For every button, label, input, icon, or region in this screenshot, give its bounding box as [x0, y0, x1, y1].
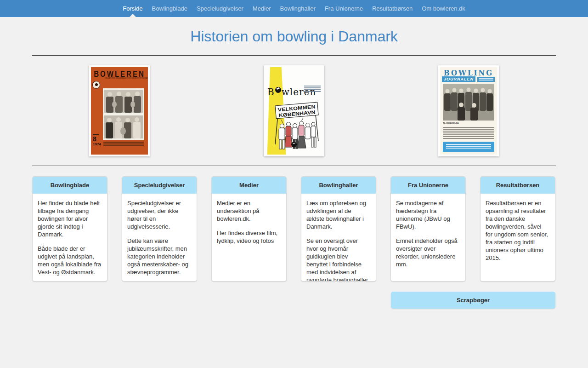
nav-item-om-bowleren-dk[interactable]: Om bowleren.dk [417, 0, 470, 17]
cover1-bw-team-photo [104, 90, 143, 138]
cover-bowling-journalen[interactable]: BOWLING JOURNALEN [438, 65, 499, 156]
card-paragraph: Emnet indeholder også oversigter over re… [396, 237, 460, 268]
cover2-masthead-b: B [267, 86, 275, 98]
card-paragraph: Både blade der er udgivet på landsplan, … [38, 245, 102, 276]
cover1-issue-year: 1974 [93, 142, 101, 146]
cover-bowleren-velkommen[interactable]: Bwleren VELKOMMEN KØBENHAVN [264, 65, 324, 156]
card-medier-header[interactable]: Medier [212, 177, 286, 194]
card-paragraph: Specieludgivelser er udgivelser, der ikk… [127, 199, 192, 230]
card-bowlingblade-header[interactable]: Bowlingblade [33, 177, 107, 194]
cover1-caption-lines [103, 142, 144, 146]
nav-item-label: Forside [123, 5, 142, 12]
bowling-club-logo-icon [92, 81, 100, 89]
card-resultatboersen[interactable]: Resultatbørsen Resultatbørsen er en opsa… [480, 176, 555, 282]
card-bowlingblade-body: Her finder du blade helt tilbage fra den… [33, 194, 107, 282]
card-bowlingblade[interactable]: Bowlingblade Her finder du blade helt ti… [32, 176, 107, 282]
cover2-issue-info-lines [304, 86, 321, 93]
scrapbooks-label: Scrapbøger [457, 297, 490, 304]
main-content: Historien om bowling i Danmark BOWLEREN … [32, 28, 556, 309]
cover1-subtitle: OBLIGATORISK MEDLEMSBLAD FOR BOWLINGSPOR… [105, 77, 134, 79]
cover-slot-3: BOWLING JOURNALEN [381, 65, 556, 156]
cover3-bw-group-photo [443, 84, 494, 122]
nav-item-forside[interactable]: Forside [118, 0, 147, 17]
bowling-ball-icon [275, 87, 281, 93]
card-resultatboersen-header[interactable]: Resultatbørsen [481, 177, 555, 194]
active-tab-caret-icon [130, 14, 136, 17]
cover3-masthead-row2: JOURNALEN [442, 76, 495, 82]
scrapbooks-banner[interactable]: Scrapbøger [391, 292, 555, 309]
card-medier-body: Medier er en undersektion på bowleren.dk… [212, 194, 286, 250]
card-specieludgivelser-header[interactable]: Specieludgivelser [122, 177, 197, 194]
card-paragraph: Se modtagerne af hæderstegn fra unionern… [396, 199, 460, 230]
card-fra-unionerne-header[interactable]: Fra Unionerne [391, 177, 465, 194]
cover2-cartoon-crowd: VELKOMMEN KØBENHAVN [273, 97, 321, 154]
cover1-issue-block: 8 1974 [93, 134, 101, 146]
card-bowlinghaller-body: Læs om opførelsen og udviklingen af de æ… [301, 194, 376, 282]
cover1-artwork: BOWLEREN OBLIGATORISK MEDLEMSBLAD FOR BO… [91, 67, 148, 155]
cover3-paragraph-lines [443, 127, 494, 139]
card-paragraph: Medier er en undersektion på bowleren.dk… [217, 199, 281, 223]
divider-bottom [32, 166, 556, 166]
card-paragraph: Dette kan være jubilæumsskrifter, men ka… [127, 237, 192, 276]
topic-cards-row: Bowlingblade Her finder du blade helt ti… [32, 176, 556, 282]
cover1-issue-number: 8 [93, 136, 101, 142]
top-navbar: Forside Bowlingblade Specieludgivelser M… [0, 0, 588, 17]
card-paragraph: Se en oversigt over hvor og hvornår guld… [306, 237, 371, 282]
nav-item-specieludgivelser[interactable]: Specieludgivelser [192, 0, 248, 17]
card-paragraph: Her findes diverse film, lydklip, video … [217, 229, 281, 245]
nav-item-medier[interactable]: Medier [248, 0, 276, 17]
cover1-photo-frame [103, 88, 144, 140]
card-bowlinghaller[interactable]: Bowlinghaller Læs om opførelsen og udvik… [301, 176, 376, 282]
nav-item-bowlinghaller[interactable]: Bowlinghaller [276, 0, 320, 17]
card-medier[interactable]: Medier Medier er en undersektion på bowl… [211, 176, 287, 282]
cover-bowleren-1974[interactable]: BOWLEREN OBLIGATORISK MEDLEMSBLAD FOR BO… [89, 65, 150, 156]
page-title: Historien om bowling i Danmark [32, 28, 556, 45]
card-paragraph: Læs om opførelsen og udviklingen af de æ… [306, 199, 371, 230]
cover2-artwork: Bwleren VELKOMMEN KØBENHAVN [266, 67, 322, 155]
cover-slot-2: Bwleren VELKOMMEN KØBENHAVN [207, 65, 381, 156]
cover3-masthead-line2: JOURNALEN [442, 76, 475, 82]
card-specieludgivelser-body: Specieludgivelser er udgivelser, der ikk… [122, 194, 197, 282]
card-resultatboersen-body: Resultatbørsen er en opsamling af result… [481, 194, 555, 267]
nav-item-resultatboersen[interactable]: Resultatbørsen [368, 0, 417, 17]
card-fra-unionerne-body: Se modtagerne af hæderstegn fra unionern… [391, 194, 465, 274]
card-paragraph: Resultatbørsen er en opsamling af result… [486, 199, 550, 262]
cover3-photo-heading: TIL VM I BOWLING [443, 122, 459, 124]
magazine-covers-row: BOWLEREN OBLIGATORISK MEDLEMSBLAD FOR BO… [32, 56, 556, 166]
cover3-issue-box [477, 77, 495, 82]
nav-item-fra-unionerne[interactable]: Fra Unionerne [320, 0, 368, 17]
nav-item-bowlingblade[interactable]: Bowlingblade [147, 0, 192, 17]
cover-slot-1: BOWLEREN OBLIGATORISK MEDLEMSBLAD FOR BO… [32, 65, 207, 156]
cover3-blue-notice-box [443, 142, 494, 152]
card-specieludgivelser[interactable]: Specieludgivelser Specieludgivelser er u… [122, 176, 197, 282]
card-paragraph: Her finder du blade helt tilbage fra den… [38, 199, 102, 238]
card-fra-unionerne[interactable]: Fra Unionerne Se modtagerne af hædersteg… [390, 176, 466, 282]
cover3-artwork: BOWLING JOURNALEN [440, 67, 497, 155]
card-bowlinghaller-header[interactable]: Bowlinghaller [301, 177, 376, 194]
